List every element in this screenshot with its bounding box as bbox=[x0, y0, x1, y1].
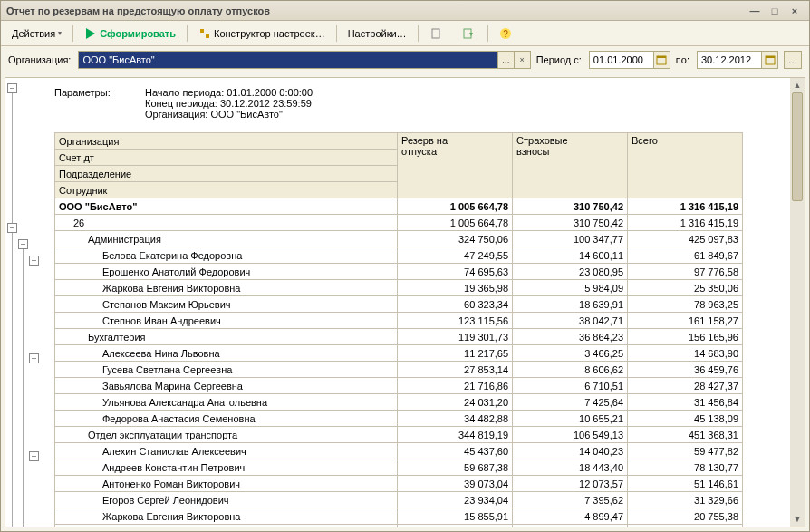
tree-toggle[interactable]: – bbox=[29, 256, 39, 266]
tree-toggle[interactable]: – bbox=[29, 353, 39, 363]
titlebar: Отчет по резервам на предстоящую оплату … bbox=[1, 1, 809, 21]
table-row[interactable]: Жаркова Евгения Викторовна15 855,914 899… bbox=[55, 508, 743, 525]
cell-total: 1 316 415,19 bbox=[628, 215, 743, 231]
table-row[interactable]: Андреев Константин Петрович59 687,3818 4… bbox=[55, 459, 743, 476]
cell-reserve: 74 695,63 bbox=[398, 264, 513, 280]
table-row[interactable]: Гусева Светлана Сергеевна27 853,148 606,… bbox=[55, 362, 743, 378]
table-row[interactable]: ООО "БисАвто"1 005 664,78310 750,421 316… bbox=[55, 198, 743, 215]
cell-total: 36 459,76 bbox=[628, 362, 743, 378]
calendar-icon[interactable] bbox=[653, 52, 670, 68]
maximize-button[interactable]: □ bbox=[766, 4, 784, 18]
generate-button[interactable]: Сформировать bbox=[79, 24, 181, 44]
cell-name: Отдел эксплуатации транспорта bbox=[55, 427, 398, 443]
table-row[interactable]: Антоненко Роман Викторович39 073,0412 07… bbox=[55, 476, 743, 492]
table-row[interactable]: Степнов Иван Андреевич123 115,5638 042,7… bbox=[55, 313, 743, 329]
period-from-input[interactable] bbox=[589, 51, 670, 69]
cell-reserve: 47 249,55 bbox=[398, 247, 513, 264]
cell-insurance: 18 443,40 bbox=[513, 459, 628, 476]
params-label: Параметры: bbox=[54, 87, 145, 120]
window-title: Отчет по резервам на предстоящую оплату … bbox=[6, 5, 744, 16]
table-row[interactable]: Федорова Анастасия Семеновна34 482,8810 … bbox=[55, 411, 743, 427]
close-button[interactable]: × bbox=[786, 4, 804, 18]
cell-name: Бухгалтерия bbox=[55, 329, 398, 345]
table-row[interactable]: Алексеева Нина Львовна11 217,653 466,251… bbox=[55, 345, 743, 362]
cell-total: 51 146,61 bbox=[628, 476, 743, 492]
settings-button[interactable]: Настройки… bbox=[342, 24, 412, 44]
col-org: Организация bbox=[55, 133, 398, 150]
vertical-scrollbar[interactable]: ▲ ▼ bbox=[790, 78, 805, 527]
minimize-button[interactable]: — bbox=[746, 4, 764, 18]
tree-toggle[interactable]: – bbox=[18, 239, 28, 249]
calendar-icon[interactable] bbox=[761, 52, 777, 68]
cell-insurance: 7 425,64 bbox=[513, 394, 628, 411]
table-row[interactable]: Белова Екатерина Федоровна47 249,5514 60… bbox=[55, 247, 743, 264]
table-row[interactable]: Живулин Дмитрий Михайлович32 008,179 890… bbox=[55, 525, 743, 528]
cell-name: Жаркова Евгения Викторовна bbox=[55, 280, 398, 296]
scroll-down-icon[interactable]: ▼ bbox=[790, 512, 805, 527]
org-select-button[interactable]: … bbox=[497, 52, 514, 68]
table-row[interactable]: Ульянова Александра Анатольевна24 031,20… bbox=[55, 394, 743, 411]
help-icon: ? bbox=[499, 27, 512, 40]
period-from-field[interactable] bbox=[590, 52, 653, 68]
table-row[interactable]: Ерошенко Анатолий Федорович74 695,6323 0… bbox=[55, 264, 743, 280]
cell-total: 1 316 415,19 bbox=[628, 198, 743, 215]
cell-name: Андреев Константин Петрович bbox=[55, 459, 398, 476]
cell-name: 26 bbox=[55, 215, 398, 231]
constructor-label: Конструктор настроек… bbox=[214, 28, 325, 39]
tree-toggle[interactable]: – bbox=[29, 451, 39, 461]
table-row[interactable]: Степанов Максим Юрьевич60 323,3418 639,9… bbox=[55, 296, 743, 313]
cell-insurance: 3 466,25 bbox=[513, 345, 628, 362]
table-row[interactable]: Отдел эксплуатации транспорта344 819,191… bbox=[55, 427, 743, 443]
table-row[interactable]: Жаркова Евгения Викторовна19 365,985 984… bbox=[55, 280, 743, 296]
org-value: ООО "БисАвто" bbox=[79, 52, 497, 68]
org-input[interactable]: ООО "БисАвто" … × bbox=[78, 51, 530, 69]
col-account: Счет дт bbox=[55, 150, 398, 166]
cell-name: Белова Екатерина Федоровна bbox=[55, 247, 398, 264]
cell-reserve: 34 482,88 bbox=[398, 411, 513, 427]
tool-button-2[interactable] bbox=[456, 24, 482, 44]
tool-button-1[interactable] bbox=[424, 24, 450, 44]
cell-name: Гусева Светлана Сергеевна bbox=[55, 362, 398, 378]
cell-total: 61 849,67 bbox=[628, 247, 743, 264]
period-to-field[interactable] bbox=[698, 52, 761, 68]
cell-insurance: 5 984,09 bbox=[513, 280, 628, 296]
cell-total: 78 963,25 bbox=[628, 296, 743, 313]
col-dept: Подразделение bbox=[55, 166, 398, 182]
period-to-input[interactable] bbox=[697, 51, 778, 69]
cell-reserve: 1 005 664,78 bbox=[398, 198, 513, 215]
params-org: Организация: ООО "БисАвто" bbox=[145, 109, 313, 120]
cell-reserve: 60 323,34 bbox=[398, 296, 513, 313]
cell-reserve: 24 031,20 bbox=[398, 394, 513, 411]
table-row[interactable]: Администрация324 750,06100 347,77425 097… bbox=[55, 231, 743, 247]
tree-toggle[interactable]: – bbox=[7, 223, 17, 233]
cell-name: Степнов Иван Андреевич bbox=[55, 313, 398, 329]
cell-name: ООО "БисАвто" bbox=[55, 198, 398, 215]
constructor-button[interactable]: Конструктор настроек… bbox=[193, 24, 331, 44]
scrollbar-thumb[interactable] bbox=[792, 92, 803, 201]
table-row[interactable]: Бухгалтерия119 301,7336 864,23156 165,96 bbox=[55, 329, 743, 345]
generate-label: Сформировать bbox=[100, 28, 176, 39]
cell-reserve: 123 115,56 bbox=[398, 313, 513, 329]
actions-menu[interactable]: Действия ▾ bbox=[6, 24, 67, 44]
cell-insurance: 38 042,71 bbox=[513, 313, 628, 329]
cell-reserve: 45 437,60 bbox=[398, 443, 513, 459]
period-picker-button[interactable]: … bbox=[784, 51, 802, 69]
org-clear-button[interactable]: × bbox=[514, 52, 530, 68]
help-button[interactable]: ? bbox=[494, 24, 520, 44]
table-row[interactable]: 261 005 664,78310 750,421 316 415,19 bbox=[55, 215, 743, 231]
cell-total: 451 368,31 bbox=[628, 427, 743, 443]
document-arrow-icon bbox=[461, 27, 474, 40]
cell-reserve: 15 855,91 bbox=[398, 508, 513, 525]
tree-gutter: – – – – – – bbox=[5, 78, 51, 527]
table-row[interactable]: Егоров Сергей Леонидович23 934,047 395,6… bbox=[55, 492, 743, 508]
svg-rect-1 bbox=[200, 29, 204, 33]
svg-rect-9 bbox=[657, 56, 666, 58]
scroll-up-icon[interactable]: ▲ bbox=[790, 78, 805, 92]
chevron-down-icon: ▾ bbox=[58, 29, 62, 37]
table-row[interactable]: Алехин Станислав Алексеевич45 437,6014 0… bbox=[55, 443, 743, 459]
settings-label: Настройки… bbox=[348, 28, 407, 39]
table-row[interactable]: Завьялова Марина Сергеевна21 716,866 710… bbox=[55, 378, 743, 394]
cell-name: Живулин Дмитрий Михайлович bbox=[55, 525, 398, 528]
tree-toggle[interactable]: – bbox=[7, 83, 17, 93]
cell-name: Администрация bbox=[55, 231, 398, 247]
